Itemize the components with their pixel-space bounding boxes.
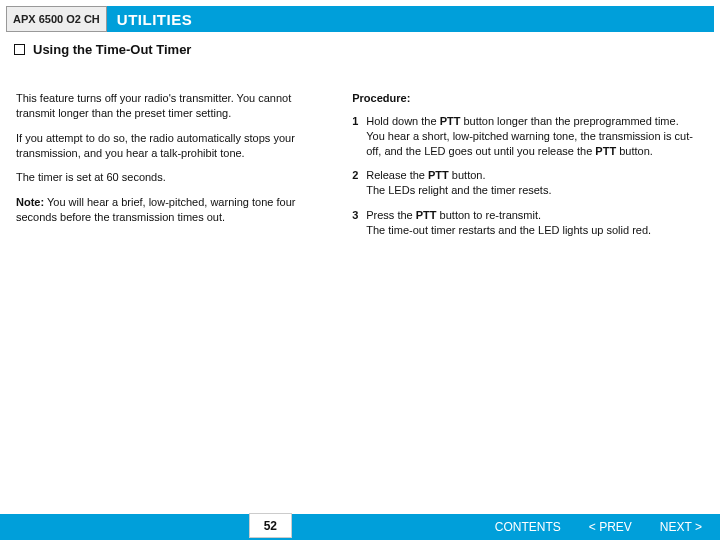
description-para-2: If you attempt to do so, the radio autom… bbox=[16, 131, 332, 161]
prev-link[interactable]: < PREV bbox=[589, 520, 632, 534]
procedure-column: Procedure: 1 Hold down the PTT button lo… bbox=[346, 91, 704, 248]
footer-bar: 52 CONTENTS < PREV NEXT > bbox=[0, 514, 720, 540]
section-heading: Using the Time-Out Timer bbox=[14, 42, 706, 57]
procedure-step: 3 Press the PTT button to re-transmit. T… bbox=[352, 208, 704, 238]
step-text: The time-out timer restarts and the LED … bbox=[366, 224, 651, 236]
ptt-term: PTT bbox=[428, 169, 449, 181]
header-title: UTILITIES bbox=[107, 6, 202, 32]
page-number: 52 bbox=[249, 513, 292, 538]
description-note: Note: You will hear a brief, low-pitched… bbox=[16, 195, 332, 225]
step-number: 2 bbox=[352, 168, 366, 198]
footer-links: CONTENTS < PREV NEXT > bbox=[495, 520, 720, 534]
procedure-label: Procedure: bbox=[352, 91, 704, 106]
section-heading-text: Using the Time-Out Timer bbox=[33, 42, 191, 57]
contents-link[interactable]: CONTENTS bbox=[495, 520, 561, 534]
step-text: Release the bbox=[366, 169, 428, 181]
note-body: You will hear a brief, low-pitched, warn… bbox=[16, 196, 295, 223]
ptt-term: PTT bbox=[595, 145, 616, 157]
description-para-3: The timer is set at 60 seconds. bbox=[16, 170, 332, 185]
content-area: This feature turns off your radio's tran… bbox=[16, 91, 704, 248]
step-body: Hold down the PTT button longer than the… bbox=[366, 114, 704, 159]
checkbox-icon bbox=[14, 44, 25, 55]
step-body: Press the PTT button to re-transmit. The… bbox=[366, 208, 704, 238]
next-link[interactable]: NEXT > bbox=[660, 520, 702, 534]
note-label: Note: bbox=[16, 196, 44, 208]
ptt-term: PTT bbox=[416, 209, 437, 221]
step-text: The LEDs relight and the timer resets. bbox=[366, 184, 551, 196]
step-text: button. bbox=[449, 169, 486, 181]
step-text: button. bbox=[616, 145, 653, 157]
step-text: Hold down the bbox=[366, 115, 439, 127]
description-column: This feature turns off your radio's tran… bbox=[16, 91, 346, 248]
procedure-step: 1 Hold down the PTT button longer than t… bbox=[352, 114, 704, 159]
description-para-1: This feature turns off your radio's tran… bbox=[16, 91, 332, 121]
ptt-term: PTT bbox=[440, 115, 461, 127]
step-text: button to re-transmit. bbox=[437, 209, 542, 221]
step-number: 1 bbox=[352, 114, 366, 159]
step-text: button longer than the preprogrammed tim… bbox=[460, 115, 678, 127]
step-number: 3 bbox=[352, 208, 366, 238]
header-bar: APX 6500 O2 CH UTILITIES bbox=[6, 6, 714, 32]
step-text: Press the bbox=[366, 209, 416, 221]
step-body: Release the PTT button. The LEDs relight… bbox=[366, 168, 704, 198]
page-number-wrap: 52 bbox=[0, 516, 360, 538]
procedure-step: 2 Release the PTT button. The LEDs relig… bbox=[352, 168, 704, 198]
model-badge: APX 6500 O2 CH bbox=[6, 6, 107, 32]
